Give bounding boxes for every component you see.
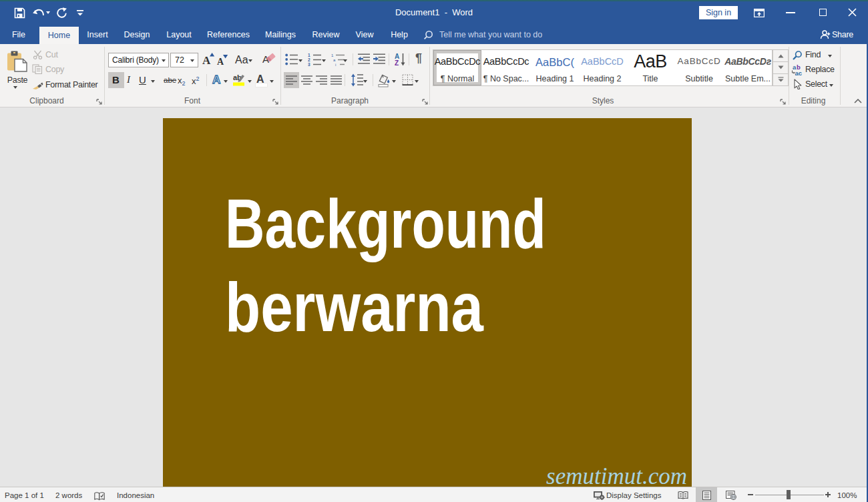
svg-text:ac: ac [795,69,803,76]
svg-text:Z: Z [395,59,399,67]
svg-text:3: 3 [308,62,310,66]
svg-text:1: 1 [331,53,334,57]
svg-text:a: a [333,58,336,62]
svg-text:1: 1 [308,53,310,57]
svg-text:i: i [335,63,336,66]
svg-text:2: 2 [308,57,310,62]
